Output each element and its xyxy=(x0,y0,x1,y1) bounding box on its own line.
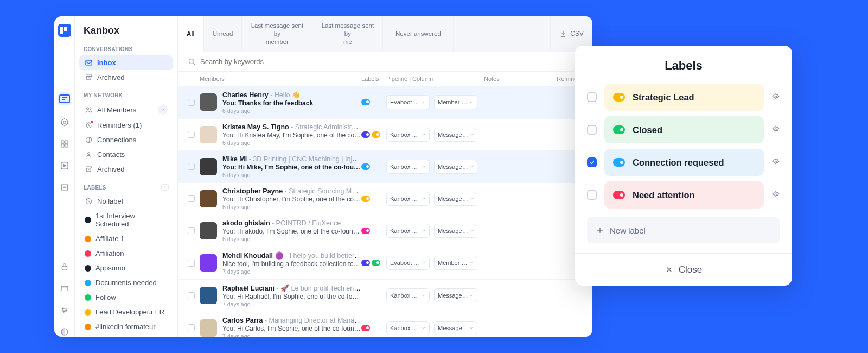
member-name: Charles Henry xyxy=(222,91,269,99)
pipeline-select[interactable]: Kanbox Tri... xyxy=(386,192,430,206)
svg-rect-6 xyxy=(65,141,67,143)
rail-grid-icon[interactable] xyxy=(60,139,69,149)
label-nav-item[interactable]: Documents needed xyxy=(79,275,173,290)
label-checkbox[interactable] xyxy=(587,157,597,167)
column-select[interactable]: Message s... xyxy=(434,288,477,302)
pipeline-select[interactable]: Kanbox Tri... xyxy=(386,128,430,142)
pipeline-select[interactable]: Evaboot Alt... xyxy=(386,95,430,109)
rail-messages-icon[interactable] xyxy=(58,92,71,105)
rail-doc-icon[interactable] xyxy=(60,182,69,192)
modal-label-row: Strategic Lead xyxy=(587,84,780,111)
column-select[interactable]: Message s... xyxy=(434,321,477,335)
rail-lock-icon[interactable] xyxy=(60,262,69,272)
modal-close-button[interactable]: Close xyxy=(575,253,792,286)
tab-all[interactable]: All xyxy=(178,16,204,52)
conversation-row[interactable]: Carlos Parra - Mananging Director at Man… xyxy=(178,312,592,337)
label-name: 1st Interview Scheduled xyxy=(95,212,168,228)
label-card[interactable]: Need attention xyxy=(604,181,764,209)
label-card[interactable]: Connection requesed xyxy=(604,149,764,176)
nav-inbox[interactable]: Inbox xyxy=(79,55,173,70)
rail-theme-icon[interactable] xyxy=(60,327,69,337)
tab-last-message-sent-by-me[interactable]: Last message sent byme xyxy=(312,16,383,52)
rail-play-icon[interactable] xyxy=(60,161,69,171)
conversation-row[interactable]: Charles Henry - Hello 👋You: Thanks for t… xyxy=(178,86,592,119)
label-nav-item[interactable]: 1st Interview Scheduled xyxy=(79,209,173,231)
pipeline-select[interactable]: Kanbox Tri... xyxy=(386,321,430,335)
conversation-row[interactable]: Kristea May S. Tigno - Strategic Adminis… xyxy=(178,119,592,151)
rail-settings-icon[interactable] xyxy=(60,305,69,315)
label-card[interactable]: Strategic Lead xyxy=(604,84,764,111)
column-select[interactable]: Message s... xyxy=(434,128,477,142)
conversation-row[interactable]: Raphaël Luciani - 🚀 Le bon profil Tech e… xyxy=(178,280,592,312)
svg-point-3 xyxy=(61,119,68,125)
message-time: 7 days ago xyxy=(222,333,361,337)
column-select[interactable]: Message s... xyxy=(434,224,477,238)
pipeline-select[interactable]: Kanbox Tri... xyxy=(386,224,430,238)
nav-archived[interactable]: Archived xyxy=(79,70,173,85)
row-checkbox[interactable] xyxy=(188,99,195,106)
member-subtitle: 🟣 - I help you build better features for… xyxy=(273,252,361,260)
label-card[interactable]: Closed xyxy=(604,116,764,143)
label-nav-item[interactable]: Lead Développeur FR xyxy=(79,305,173,319)
column-select[interactable]: Message s... xyxy=(434,192,477,206)
modal-label-row: Connection requesed xyxy=(587,149,780,176)
link-icon xyxy=(85,136,93,144)
nav-archived-2[interactable]: Archived xyxy=(79,162,173,177)
app-logo xyxy=(58,24,71,37)
nav-reminders[interactable]: Reminders (1) xyxy=(79,118,173,133)
rail-card-icon[interactable] xyxy=(60,283,69,293)
search-input[interactable] xyxy=(200,58,583,66)
message-preview: You: Thanks for the feedback xyxy=(222,99,361,107)
row-checkbox[interactable] xyxy=(188,260,195,267)
pipeline-select[interactable]: Kanbox Tri... xyxy=(386,160,430,174)
label-settings-icon[interactable] xyxy=(771,191,780,199)
label-settings-icon[interactable] xyxy=(771,158,780,167)
people-icon xyxy=(85,106,93,114)
row-checkbox[interactable] xyxy=(188,195,195,202)
column-select[interactable]: Member an... xyxy=(434,256,477,270)
row-checkbox[interactable] xyxy=(188,324,195,331)
label-nav-item[interactable]: Appsumo xyxy=(79,261,173,275)
pipeline-select[interactable]: Evaboot Alt... xyxy=(386,256,430,270)
row-checkbox[interactable] xyxy=(188,131,195,138)
label-checkbox[interactable] xyxy=(587,190,597,200)
message-time: 6 days ago xyxy=(222,236,361,242)
conversation-row[interactable]: Christopher Payne - Strategic Sourcing M… xyxy=(178,183,592,215)
tab-never-answered[interactable]: Never answered xyxy=(383,16,454,52)
svg-point-28 xyxy=(775,161,777,163)
column-select[interactable]: Message s... xyxy=(434,160,477,174)
label-nav-item[interactable]: Affiliate 1 xyxy=(79,231,173,246)
column-select[interactable]: Member an... xyxy=(434,95,477,109)
row-checkbox[interactable] xyxy=(188,163,195,170)
add-label-icon[interactable]: + xyxy=(161,184,169,191)
label-pill xyxy=(613,125,625,134)
pipeline-select[interactable]: Kanbox Tri... xyxy=(386,288,430,302)
rail-target-icon[interactable] xyxy=(60,117,69,127)
label-settings-icon[interactable] xyxy=(771,93,780,102)
conversation-row[interactable]: Mehdi Khoudali 🟣 - I help you build bett… xyxy=(178,247,592,280)
row-checkbox[interactable] xyxy=(188,227,195,234)
label-checkbox[interactable] xyxy=(587,125,597,135)
nav-connections[interactable]: Connections xyxy=(79,133,173,147)
message-preview: You: Hi Carlos, I'm Sophie, one of the c… xyxy=(222,325,361,332)
nav-all-members[interactable]: All Members xyxy=(79,102,173,118)
label-checkbox[interactable] xyxy=(587,92,597,102)
label-nav-item[interactable]: No label xyxy=(79,194,173,209)
label-pill xyxy=(361,131,370,138)
label-name: No label xyxy=(97,197,123,205)
label-settings-icon[interactable] xyxy=(771,125,780,134)
conversation-row[interactable]: akodo ghislain - POINTRD / FluXenceYou: … xyxy=(178,215,592,247)
member-name: akodo ghislain xyxy=(222,219,270,227)
label-nav-item[interactable]: Follow xyxy=(79,290,173,305)
label-nav-item[interactable]: #linkedin formateur xyxy=(79,319,173,334)
row-checkbox[interactable] xyxy=(188,292,195,299)
label-name: Affiliate 1 xyxy=(95,235,124,243)
label-nav-item[interactable]: Affiliation xyxy=(79,246,173,261)
section-network: MY NETWORK xyxy=(79,90,173,102)
new-label-button[interactable]: New label xyxy=(587,217,780,243)
conversation-row[interactable]: Mike Mi - 3D Printing | CNC Machining | … xyxy=(178,151,592,183)
tab-unread[interactable]: Unread xyxy=(204,16,242,52)
tab-last-message-sent-by-member[interactable]: Last message sent bymember xyxy=(242,16,312,52)
member-subtitle: - 🚀 Le bon profil Tech en 48 heures | C.… xyxy=(275,285,361,292)
nav-contacts[interactable]: Contacts xyxy=(79,147,173,162)
